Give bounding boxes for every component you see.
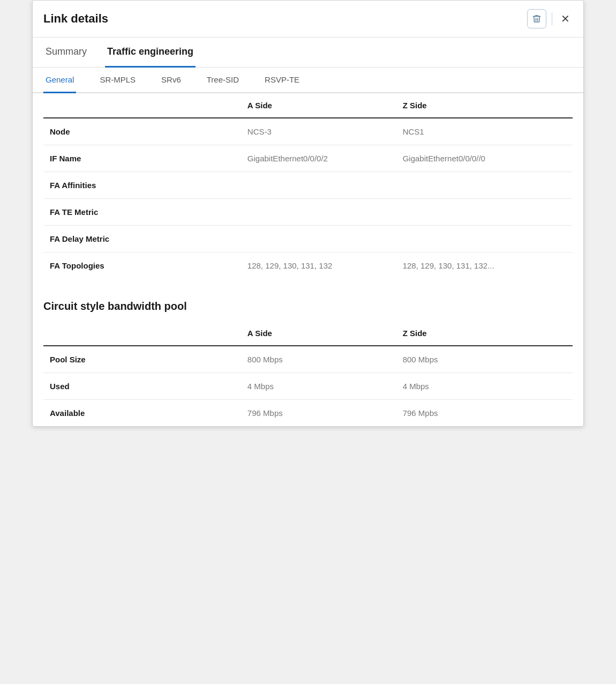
bw-row-label: Used — [43, 373, 241, 400]
bw-row-aside-value: 796 Mbps — [241, 400, 396, 427]
close-icon: ✕ — [561, 12, 570, 25]
row-zside-value: 128, 129, 130, 131, 132... — [396, 252, 573, 279]
tab-rsvp-te[interactable]: RSVP-TE — [262, 68, 302, 93]
bandwidth-table: A Side Z Side Pool Size800 Mbps800 MbpsU… — [43, 321, 573, 426]
table-row: IF NameGigabitEthernet0/0/0/2GigabitEthe… — [43, 145, 573, 172]
row-zside-value: NCS1 — [396, 118, 573, 145]
bw-col-zside-header: Z Side — [396, 321, 573, 346]
row-aside-value: GigabitEthernet0/0/0/2 — [241, 145, 396, 172]
trash-button[interactable] — [527, 9, 546, 28]
row-zside-value: GigabitEthernet0/0/0//0 — [396, 145, 573, 172]
table-row: FA Affinities — [43, 172, 573, 199]
row-zside-value — [396, 172, 573, 199]
bw-row-label: Pool Size — [43, 346, 241, 373]
table-row: Available796 Mbps796 Mpbs — [43, 400, 573, 427]
row-label: IF Name — [43, 145, 241, 172]
general-table-header: A Side Z Side — [43, 93, 573, 118]
row-aside-value — [241, 226, 396, 252]
bw-row-aside-value: 4 Mbps — [241, 373, 396, 400]
col-zside-header: Z Side — [396, 93, 573, 118]
bw-row-zside-value: 796 Mpbs — [396, 400, 573, 427]
general-table-section: A Side Z Side NodeNCS-3NCS1IF NameGigabi… — [43, 93, 573, 279]
row-aside-value — [241, 172, 396, 199]
sub-tabs: General SR-MPLS SRv6 Tree-SID RSVP-TE — [33, 68, 583, 93]
bw-row-zside-value: 4 Mbps — [396, 373, 573, 400]
bw-row-label: Available — [43, 400, 241, 427]
general-table: A Side Z Side NodeNCS-3NCS1IF NameGigabi… — [43, 93, 573, 279]
col-aside-header: A Side — [241, 93, 396, 118]
tab-summary[interactable]: Summary — [43, 38, 89, 68]
header-divider — [552, 12, 552, 25]
row-zside-value — [396, 199, 573, 226]
panel-title: Link details — [43, 12, 108, 26]
table-row: FA Delay Metric — [43, 226, 573, 252]
bandwidth-table-header: A Side Z Side — [43, 321, 573, 346]
trash-icon — [532, 14, 542, 24]
bandwidth-heading: Circuit style bandwidth pool — [43, 284, 573, 321]
row-aside-value — [241, 199, 396, 226]
content-area: A Side Z Side NodeNCS-3NCS1IF NameGigabi… — [33, 93, 583, 426]
tab-traffic-engineering[interactable]: Traffic engineering — [105, 38, 196, 68]
row-label: Node — [43, 118, 241, 145]
close-button[interactable]: ✕ — [558, 11, 573, 26]
table-row: FA TE Metric — [43, 199, 573, 226]
header-actions: ✕ — [527, 9, 573, 28]
tab-sr-mpls[interactable]: SR-MPLS — [97, 68, 138, 93]
row-aside-value: NCS-3 — [241, 118, 396, 145]
row-aside-value: 128, 129, 130, 131, 132 — [241, 252, 396, 279]
col-label-header — [43, 93, 241, 118]
row-zside-value — [396, 226, 573, 252]
link-details-panel: Link details ✕ Summary Traffic engineeri… — [32, 0, 584, 427]
table-row: FA Topologies128, 129, 130, 131, 132128,… — [43, 252, 573, 279]
bw-row-zside-value: 800 Mbps — [396, 346, 573, 373]
tab-tree-sid[interactable]: Tree-SID — [205, 68, 241, 93]
tab-srv6[interactable]: SRv6 — [159, 68, 183, 93]
tab-general[interactable]: General — [43, 68, 76, 93]
row-label: FA Delay Metric — [43, 226, 241, 252]
row-label: FA Topologies — [43, 252, 241, 279]
table-row: Used4 Mbps4 Mbps — [43, 373, 573, 400]
row-label: FA TE Metric — [43, 199, 241, 226]
bw-col-aside-header: A Side — [241, 321, 396, 346]
table-row: Pool Size800 Mbps800 Mbps — [43, 346, 573, 373]
row-label: FA Affinities — [43, 172, 241, 199]
bw-row-aside-value: 800 Mbps — [241, 346, 396, 373]
bandwidth-section: Circuit style bandwidth pool A Side Z Si… — [43, 284, 573, 426]
panel-header: Link details ✕ — [33, 1, 583, 38]
table-row: NodeNCS-3NCS1 — [43, 118, 573, 145]
main-tabs: Summary Traffic engineering — [33, 38, 583, 68]
bw-col-label-header — [43, 321, 241, 346]
